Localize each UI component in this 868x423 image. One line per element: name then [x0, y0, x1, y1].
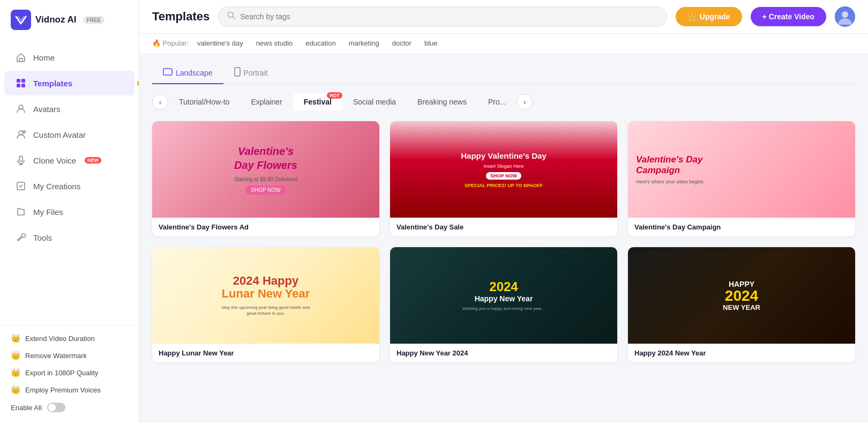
orientation-tabs: Landscape Portrait: [152, 54, 855, 85]
category-tab-festival[interactable]: Festival HOT: [293, 93, 342, 110]
template-label: Happy New Year 2024: [390, 344, 617, 362]
upgrade-label: Upgrade: [700, 12, 730, 21]
active-indicator-arrow: ►: [136, 78, 139, 88]
tab-portrait[interactable]: Portrait: [223, 63, 279, 84]
content-area: Landscape Portrait ‹ Tutorial/How-to Exp…: [139, 54, 868, 423]
template-card-vd-sale[interactable]: Happy Valentine's Day Insert Slogan Here…: [390, 121, 617, 236]
user-avatar[interactable]: [835, 6, 855, 27]
sidebar-item-label: Templates: [33, 79, 72, 88]
popular-tag-valentines[interactable]: valentine's day: [193, 38, 248, 48]
create-video-label: + Create Video: [762, 12, 814, 21]
home-icon: [15, 51, 27, 63]
feature-label: Extend Video Duration: [25, 335, 95, 343]
template-label: Valentine's Day Sale: [390, 218, 617, 236]
template-card-new-year[interactable]: 2024 Happy New Year Wishing you a happy …: [390, 247, 617, 362]
svg-rect-3: [17, 84, 20, 87]
search-icon: [227, 11, 236, 22]
sidebar-item-custom-avatar[interactable]: Custom Avatar: [4, 122, 134, 147]
feature-premium-voices[interactable]: 👑 Employ Premium Voices: [9, 383, 130, 396]
sidebar-item-label: Tools: [33, 233, 52, 242]
feature-label: Export in 1080P Quality: [25, 369, 98, 377]
popular-tag-marketing[interactable]: marketing: [345, 38, 384, 48]
svg-rect-1: [17, 79, 20, 83]
sidebar-item-label: My Creations: [33, 182, 80, 191]
header: Templates 👑 Upgrade + Create Video: [139, 0, 868, 34]
portrait-label: Portrait: [244, 69, 268, 77]
sidebar-item-label: Home: [33, 53, 55, 62]
svg-rect-17: [235, 68, 240, 76]
crown-upgrade-icon: 👑: [687, 12, 697, 21]
enable-all-label: Enable All: [11, 404, 42, 412]
category-label: Explainer: [251, 98, 282, 106]
template-label: Happy 2024 New Year: [628, 344, 855, 362]
sidebar-item-templates[interactable]: Templates ►: [4, 71, 134, 95]
feature-extend-video[interactable]: 👑 Extend Video Duration: [9, 332, 130, 345]
template-thumb: Valentine's DayCampaign Here's where you…: [628, 121, 855, 218]
category-next-button[interactable]: ›: [517, 94, 533, 110]
template-thumb: 2024 Happy New Year Wishing you a happy …: [390, 247, 617, 344]
popular-label: 🔥 Popular:: [152, 39, 189, 47]
main-content: Templates 👑 Upgrade + Create Video 🔥 Pop…: [139, 0, 868, 423]
template-label: Happy Lunar New Year: [152, 344, 379, 362]
category-tab-explainer[interactable]: Explainer: [240, 93, 293, 110]
main-wrapper: Templates 👑 Upgrade + Create Video 🔥 Pop…: [139, 0, 868, 423]
popular-tag-doctor[interactable]: doctor: [388, 38, 416, 48]
category-bar: ‹ Tutorial/How-to Explainer Festival HOT…: [152, 85, 855, 115]
svg-rect-2: [21, 79, 25, 83]
search-input[interactable]: [240, 12, 658, 21]
sidebar-item-my-files[interactable]: My Files: [4, 199, 134, 224]
popular-tag-news-studio[interactable]: news studio: [252, 38, 297, 48]
template-card-vd-flowers[interactable]: Valentine'sDay Flowers Starting at $9.99…: [152, 121, 379, 236]
category-label: Pro...: [488, 98, 506, 106]
tab-landscape[interactable]: Landscape: [152, 63, 223, 84]
sidebar-item-label: Custom Avatar: [33, 130, 86, 139]
sidebar-item-home[interactable]: Home: [4, 45, 134, 70]
sidebar-item-clone-voice[interactable]: Clone Voice NEW: [4, 148, 134, 173]
template-card-lunar[interactable]: 2024 HappyLunar New Year May this upcomi…: [152, 247, 379, 362]
sidebar-item-label: Avatars: [33, 105, 61, 114]
hot-badge: HOT: [327, 92, 342, 99]
nav-items: Home Templates ► Avatars Custom Avatar: [0, 40, 139, 325]
crown-icon-extend: 👑: [11, 333, 21, 343]
plan-badge: FREE: [83, 16, 105, 24]
upgrade-button[interactable]: 👑 Upgrade: [676, 7, 742, 26]
crown-icon-export: 👑: [11, 368, 21, 377]
clone-voice-icon: [15, 154, 27, 166]
template-label: Valentine's Day Flowers Ad: [152, 218, 379, 236]
category-tab-tutorial[interactable]: Tutorial/How-to: [168, 93, 240, 110]
sidebar-item-tools[interactable]: Tools: [4, 225, 134, 250]
template-card-vd-campaign[interactable]: Valentine's DayCampaign Here's where you…: [628, 121, 855, 236]
svg-point-15: [842, 11, 848, 18]
portrait-icon: [234, 67, 241, 79]
template-thumb: Happy Valentine's Day Insert Slogan Here…: [390, 121, 617, 218]
svg-rect-16: [163, 69, 172, 75]
category-label: Tutorial/How-to: [179, 98, 229, 106]
feature-label: Remove Watermark: [25, 352, 87, 360]
feature-remove-watermark[interactable]: 👑 Remove Watermark: [9, 349, 130, 362]
svg-line-13: [233, 17, 235, 19]
landscape-label: Landscape: [176, 69, 213, 77]
sidebar-item-label: Clone Voice: [33, 156, 76, 165]
category-tab-breaking-news[interactable]: Breaking news: [407, 93, 477, 110]
popular-tag-blue[interactable]: blue: [420, 38, 442, 48]
search-bar: [218, 6, 667, 27]
template-card-happy2024[interactable]: HAPPY 2024 NEW YEAR Happy 2024 New Year: [628, 247, 855, 362]
sidebar-item-my-creations[interactable]: My Creations: [4, 174, 134, 198]
popular-tag-education[interactable]: education: [301, 38, 340, 48]
category-prev-button[interactable]: ‹: [152, 94, 168, 110]
enable-all-toggle[interactable]: [47, 403, 65, 412]
category-tab-social-media[interactable]: Social media: [342, 93, 407, 110]
sidebar: Vidnoz AI FREE Home Templates ► Avatars: [0, 0, 139, 423]
logo-name: Vidnoz AI: [35, 14, 77, 25]
logo-area: Vidnoz AI FREE: [0, 0, 139, 40]
landscape-icon: [163, 68, 173, 78]
crown-icon-watermark: 👑: [11, 351, 21, 360]
category-tab-pro[interactable]: Pro...: [477, 93, 517, 110]
my-files-icon: [15, 206, 27, 218]
category-label: Festival: [304, 98, 332, 106]
create-video-button[interactable]: + Create Video: [751, 7, 826, 26]
bottom-features: 👑 Extend Video Duration 👑 Remove Waterma…: [0, 325, 139, 423]
feature-export-1080p[interactable]: 👑 Export in 1080P Quality: [9, 366, 130, 379]
templates-icon: [15, 77, 27, 89]
sidebar-item-avatars[interactable]: Avatars: [4, 97, 134, 121]
